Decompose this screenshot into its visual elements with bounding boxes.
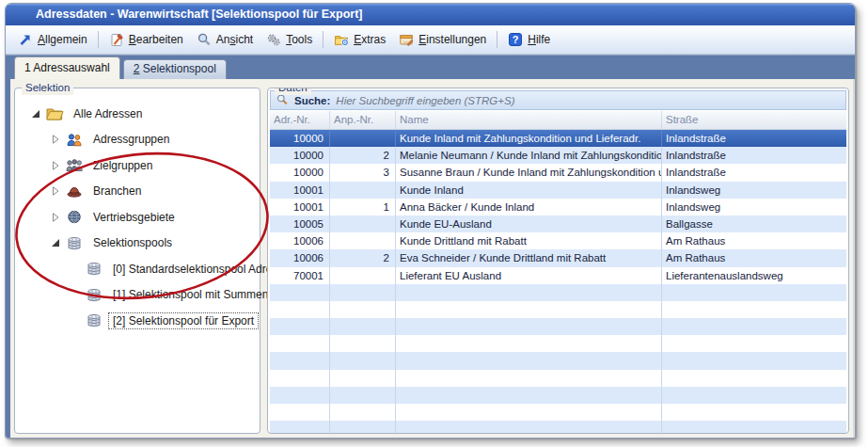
table-cell [330, 232, 396, 249]
tree-arrow-spacer [68, 263, 83, 275]
menu-item-einstellungen[interactable]: Einstellungen [392, 29, 493, 50]
table-empty-row [270, 318, 846, 335]
table-cell: 10001 [270, 182, 330, 199]
table-cell [330, 216, 396, 232]
table-cell: 1 [330, 199, 396, 216]
table-cell [662, 318, 846, 335]
tree-arrow-expanded-icon[interactable] [48, 237, 63, 248]
folder-open-icon [45, 105, 64, 121]
label: Hilfe [528, 33, 550, 46]
table-cell: 70001 [270, 267, 330, 284]
table-cell: 10006 [270, 232, 330, 249]
menu-item-extras[interactable]: Extras [327, 29, 392, 50]
menu-item-hilfe[interactable]: ?Hilfe [501, 29, 557, 50]
table-empty-row [270, 352, 846, 369]
table-row[interactable]: 100003Susanne Braun / Kunde Inland mit Z… [270, 164, 846, 181]
tab-2-selektionspool[interactable]: 2 Selektionspool [123, 59, 227, 79]
table-cell: Lieferantenauslandsweg [662, 267, 846, 284]
menu-bar: AllgemeinBearbeitenAnsichtToolsExtrasEin… [6, 25, 855, 55]
search-bar[interactable]: Suche: Hier Suchbegriff eingeben (STRG+S… [270, 90, 846, 110]
table-row[interactable]: 10001Kunde InlandInlandsweg [270, 182, 846, 199]
table-cell [270, 318, 330, 335]
menu-item-bearbeiten[interactable]: Bearbeiten [103, 29, 190, 50]
tree-item[interactable]: Selektionspools [15, 231, 260, 257]
column-header[interactable]: Straße [662, 111, 846, 129]
table-cell: Am Rathaus [662, 249, 846, 266]
menu-item-ansicht[interactable]: Ansicht [190, 29, 260, 50]
table-row[interactable]: 100011Anna Bäcker / Kunde InlandInlandsw… [270, 199, 846, 216]
table-row[interactable]: 100062Eva Schneider / Kunde Drittland mi… [270, 249, 846, 266]
tree-item-label: Selektionspools [88, 234, 177, 251]
tree-item[interactable]: Zielgruppen [15, 152, 260, 179]
selection-panel: Selektion Alle AdressenAdressgruppenZiel… [14, 88, 260, 434]
selection-pool-icon [65, 235, 84, 251]
tree-item[interactable]: Alle Adressen [15, 101, 260, 127]
selection-panel-label: Selektion [22, 81, 73, 95]
table-cell [270, 370, 330, 387]
table-cell: Inlandsweg [662, 182, 846, 199]
table-cell [270, 387, 330, 404]
table-cell: 10000 [270, 130, 330, 147]
table-row[interactable]: 70001Lieferant EU AuslandLieferantenausl… [270, 267, 846, 284]
menu-item-allgemein[interactable]: Allgemein [11, 29, 94, 50]
label: Extras [354, 33, 386, 46]
menu-item-tools[interactable]: Tools [260, 29, 319, 50]
tree-arrow-collapsed-icon[interactable] [48, 212, 63, 223]
gears-icon [266, 32, 281, 47]
table-row[interactable]: 10005Kunde EU-AuslandBallgasse [270, 216, 846, 232]
table-cell [396, 301, 662, 318]
table-row[interactable]: 10006Kunde Drittland mit RabattAm Rathau… [270, 232, 846, 249]
table-cell [396, 352, 662, 369]
address-groups-icon [65, 132, 84, 148]
table-cell: 3 [330, 164, 396, 181]
table-body: 10000Kunde Inland mit Zahlungskondition … [270, 130, 846, 433]
table-row[interactable]: 100002Melanie Neumann / Kunde Inland mit… [270, 147, 846, 164]
menu-separator [98, 31, 99, 48]
label: Tools [286, 33, 312, 46]
table-cell [330, 335, 396, 352]
table-cell [330, 370, 396, 387]
tree-item[interactable]: [0] Standardselektionspool Adressen [15, 256, 260, 282]
table-cell [396, 370, 662, 387]
tree-item-label-selected: [2] Selektionspool für Export [108, 312, 259, 329]
tree-arrow-expanded-icon[interactable] [28, 108, 43, 120]
tab-1-adressauswahl[interactable]: 1 Adressauswahl [14, 56, 120, 79]
tree-item[interactable]: Branchen [15, 179, 260, 205]
table-cell: Melanie Neumann / Kunde Inland mit Zahlu… [396, 147, 662, 164]
table-row[interactable]: 10000Kunde Inland mit Zahlungskondition … [270, 130, 846, 147]
column-header[interactable]: Adr.-Nr. [270, 111, 330, 129]
tree-item[interactable]: Adressgruppen [15, 127, 260, 153]
tree-item-label: Adressgruppen [88, 131, 174, 148]
table-empty-row [270, 370, 846, 387]
tree-arrow-collapsed-icon[interactable] [48, 185, 63, 197]
tree-item-label: Branchen [88, 183, 146, 200]
table-cell: 10001 [270, 199, 330, 216]
column-header[interactable]: Name [396, 111, 662, 129]
tree-item[interactable]: [2] Selektionspool für Export [15, 308, 260, 334]
table-cell [270, 421, 330, 433]
tree-item[interactable]: Vertriebsgebiete [15, 204, 260, 231]
table-empty-row [270, 335, 846, 352]
selection-pool-icon [85, 261, 103, 277]
content-area: Selektion Alle AdressenAdressgruppenZiel… [6, 79, 855, 438]
table-cell: 2 [330, 249, 396, 266]
tree-arrow-collapsed-icon[interactable] [48, 160, 63, 171]
table-empty-row [270, 404, 846, 421]
table-empty-row [270, 301, 846, 318]
table-cell [270, 404, 330, 421]
tree-item-label: Zielgruppen [88, 157, 157, 174]
table-cell [396, 387, 662, 404]
tree-item[interactable]: [1] Selektionspool mit Summen und Grupp [15, 282, 260, 309]
table-cell [396, 318, 662, 335]
table-cell [662, 284, 846, 301]
tree-arrow-collapsed-icon[interactable] [48, 134, 63, 145]
table-cell [662, 370, 846, 387]
table-cell: Inlandsweg [662, 199, 846, 216]
table-cell [396, 335, 662, 352]
column-header[interactable]: Anp.-Nr. [330, 111, 396, 129]
label: 1 Adressauswahl [24, 61, 110, 74]
table-cell [330, 182, 396, 199]
table-cell [330, 352, 396, 369]
settings-window-icon [399, 32, 414, 47]
table-cell [330, 267, 396, 284]
